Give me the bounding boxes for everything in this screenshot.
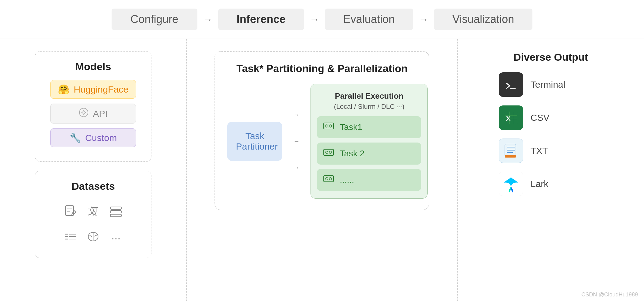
models-box: Models 🤗 HuggingFace API bbox=[35, 51, 151, 162]
svg-line-5 bbox=[72, 213, 72, 215]
svg-rect-10 bbox=[110, 211, 121, 213]
gpu-icon-1 bbox=[323, 120, 334, 134]
dataset-icon-list bbox=[107, 202, 125, 223]
svg-point-33 bbox=[326, 177, 328, 180]
output-txt: TXT bbox=[499, 139, 603, 163]
arrow-task1: → bbox=[293, 111, 299, 118]
dataset-icon-translate: 文 A bbox=[84, 202, 102, 223]
diverse-output-title: Diverse Output bbox=[513, 51, 588, 63]
step-inference: Inference bbox=[218, 9, 304, 30]
svg-rect-52 bbox=[505, 155, 516, 158]
pipeline-bar: Configure → Inference → Evaluation → Vis… bbox=[0, 0, 644, 39]
datasets-box: Datasets 文 A bbox=[35, 171, 151, 258]
step-visualization: Visualization bbox=[434, 9, 532, 30]
task-item-2: Task 2 bbox=[317, 143, 421, 165]
parallel-subtitle: (Local / Slurm / DLC ···) bbox=[334, 103, 405, 111]
arrow-task2: → bbox=[293, 138, 299, 145]
custom-label: Custom bbox=[85, 133, 117, 143]
datasets-title: Datasets bbox=[71, 180, 115, 192]
svg-point-34 bbox=[329, 177, 332, 180]
dataset-icon-checklist bbox=[61, 227, 80, 249]
models-title: Models bbox=[75, 61, 111, 73]
lark-icon bbox=[499, 172, 523, 196]
task-label-1: Task1 bbox=[340, 122, 362, 132]
api-label: API bbox=[93, 109, 108, 119]
output-terminal: Terminal bbox=[499, 72, 603, 97]
inference-col: Task* Partitioning & Parallelization Tas… bbox=[187, 39, 457, 301]
svg-point-27 bbox=[329, 151, 332, 154]
watermark: CSDN @CloudHu1989 bbox=[581, 291, 638, 298]
terminal-label: Terminal bbox=[531, 79, 565, 90]
task-item-3: ...... bbox=[317, 169, 421, 191]
terminal-icon bbox=[499, 72, 523, 97]
svg-point-0 bbox=[79, 108, 88, 117]
svg-text:X: X bbox=[506, 115, 511, 122]
dataset-icon-more: ··· bbox=[107, 227, 125, 249]
output-lark: Lark bbox=[499, 172, 603, 196]
svg-rect-47 bbox=[505, 144, 516, 156]
task-label-2: Task 2 bbox=[340, 149, 364, 158]
arrow-2: → bbox=[310, 14, 319, 25]
lark-label: Lark bbox=[531, 179, 548, 189]
dataset-icon-brain bbox=[84, 227, 102, 249]
task-item-1: Task1 bbox=[317, 116, 421, 138]
step-evaluation: Evaluation bbox=[325, 9, 413, 30]
task-partitioner: TaskPartitioner bbox=[227, 122, 282, 161]
model-api[interactable]: API bbox=[50, 104, 136, 124]
svg-rect-1 bbox=[66, 206, 74, 215]
svg-rect-32 bbox=[324, 176, 333, 182]
arrow-3: → bbox=[419, 14, 429, 25]
huggingface-label: HuggingFace bbox=[74, 84, 128, 95]
arrows: → → → bbox=[293, 101, 299, 181]
svg-text:A: A bbox=[93, 210, 97, 217]
parallel-title: Parallel Execution bbox=[335, 91, 403, 101]
csv-icon: X bbox=[499, 105, 523, 130]
txt-label: TXT bbox=[531, 146, 548, 156]
inference-body: TaskPartitioner → → → Parallel Execution… bbox=[227, 84, 417, 199]
svg-point-20 bbox=[329, 125, 332, 127]
main-content: Models 🤗 HuggingFace API bbox=[0, 39, 644, 301]
svg-point-26 bbox=[326, 151, 328, 154]
model-custom[interactable]: 🔧 Custom bbox=[50, 128, 136, 147]
arrow-task3: → bbox=[293, 164, 299, 171]
gpu-icon-3 bbox=[323, 173, 334, 187]
svg-rect-11 bbox=[110, 214, 121, 217]
parallel-box: Parallel Execution (Local / Slurm / DLC … bbox=[311, 84, 428, 199]
visualization-col: Diverse Output Terminal X bbox=[458, 39, 644, 301]
output-csv: X CSV bbox=[499, 105, 603, 130]
svg-rect-25 bbox=[324, 149, 333, 155]
dataset-icon-edit bbox=[61, 202, 80, 223]
huggingface-emoji: 🤗 bbox=[58, 84, 69, 95]
arrow-1: → bbox=[203, 14, 213, 25]
configure-col: Models 🤗 HuggingFace API bbox=[0, 39, 187, 301]
txt-icon bbox=[499, 139, 523, 163]
dataset-icons: 文 A bbox=[61, 202, 125, 249]
csv-label: CSV bbox=[531, 112, 550, 123]
svg-rect-9 bbox=[110, 207, 121, 209]
model-huggingface[interactable]: 🤗 HuggingFace bbox=[50, 80, 136, 99]
svg-point-19 bbox=[326, 125, 328, 127]
custom-icon: 🔧 bbox=[70, 132, 81, 143]
task-label-3: ...... bbox=[340, 175, 354, 185]
inference-box: Task* Partitioning & Parallelization Tas… bbox=[215, 51, 429, 210]
gpu-icon-2 bbox=[323, 147, 334, 160]
api-icon bbox=[79, 108, 89, 120]
svg-rect-18 bbox=[324, 123, 333, 129]
inference-title: Task* Partitioning & Parallelization bbox=[236, 63, 408, 74]
step-configure: Configure bbox=[112, 9, 197, 30]
